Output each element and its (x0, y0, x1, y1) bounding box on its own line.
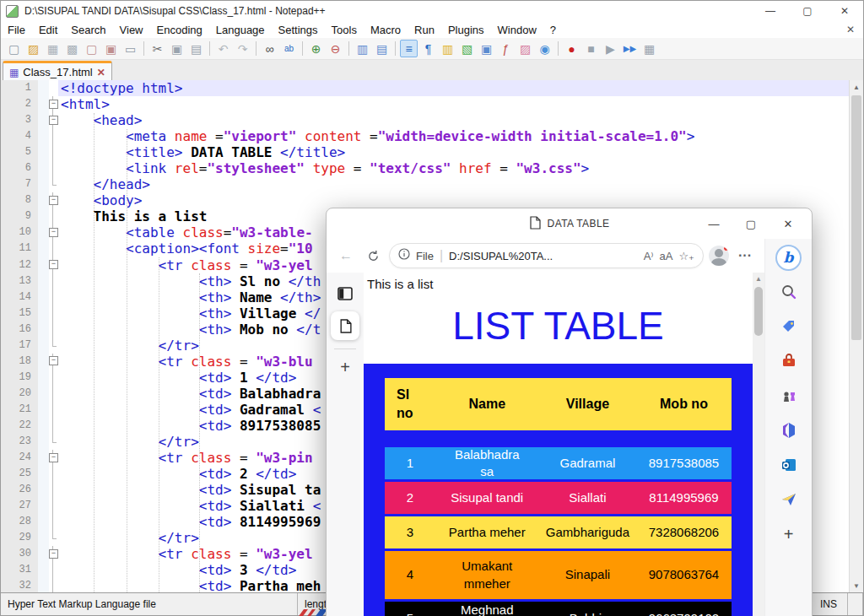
notepad-minimize-button[interactable]: — (752, 1, 789, 21)
copy-icon[interactable]: ▣ (168, 40, 186, 57)
microsoft-365-icon[interactable] (775, 416, 803, 445)
shopping-icon[interactable] (775, 312, 803, 341)
replace-icon[interactable]: ab (280, 40, 298, 57)
read-aloud-icon[interactable]: A⁾ (644, 250, 654, 262)
sidebar-search-icon[interactable] (775, 278, 803, 306)
find-icon[interactable]: ∞ (261, 40, 278, 57)
bookmark-margin[interactable] (38, 144, 49, 160)
open-file-icon[interactable]: ▨ (24, 40, 42, 57)
menu-item-help[interactable]: ? (543, 22, 563, 38)
bookmark-margin[interactable] (38, 354, 49, 370)
address-bar[interactable]: File | D:/SISUPAL%20TA... A⁾ aA ☆₊ (389, 243, 704, 268)
bookmark-margin[interactable] (38, 80, 49, 96)
bookmark-margin[interactable] (38, 240, 49, 257)
save-all-icon[interactable]: ▩ (63, 40, 81, 57)
scroll-up-icon[interactable]: ▲ (850, 80, 863, 94)
menu-item-window[interactable]: Window (491, 22, 543, 38)
sync-horizontal-icon[interactable]: ▤ (373, 40, 391, 57)
fold-collapse-icon[interactable] (49, 354, 58, 370)
bookmark-margin[interactable] (38, 434, 49, 450)
run-macro-multiple-icon[interactable]: ▶▶ (621, 40, 639, 57)
profile-avatar[interactable] (709, 246, 729, 266)
games-icon[interactable] (775, 381, 803, 410)
address-url[interactable]: D:/SISUPAL%20TA... (449, 250, 638, 262)
close-all-icon[interactable]: ▣ (102, 40, 120, 57)
save-macro-icon[interactable]: ▦ (640, 40, 658, 57)
bookmark-margin[interactable] (38, 530, 49, 546)
menu-item-macro[interactable]: Macro (364, 22, 408, 38)
undo-icon[interactable]: ↶ (214, 40, 232, 57)
bookmark-margin[interactable] (38, 176, 49, 192)
save-icon[interactable]: ▦ (44, 40, 62, 57)
word-wrap-icon[interactable]: ≡ (400, 40, 418, 57)
new-file-icon[interactable]: ▢ (5, 40, 23, 57)
menu-item-tools[interactable]: Tools (325, 22, 364, 38)
bookmark-margin[interactable] (38, 546, 49, 562)
notepad-close-button[interactable]: ✕ (826, 1, 863, 21)
bookmark-margin[interactable] (38, 386, 49, 402)
fold-collapse-icon[interactable] (49, 112, 58, 128)
browser-close-button[interactable]: ✕ (770, 208, 807, 239)
show-all-characters-icon[interactable]: ¶ (419, 40, 437, 57)
menubar-close-icon[interactable]: ✕ (838, 24, 863, 35)
bing-discover-icon[interactable]: b (775, 243, 803, 272)
tab-strip-toggle-icon[interactable] (332, 281, 358, 306)
bookmark-margin[interactable] (38, 112, 49, 128)
settings-more-icon[interactable]: ··· (734, 245, 756, 267)
function-list-icon[interactable]: ƒ (497, 40, 515, 57)
bookmark-margin[interactable] (38, 450, 49, 466)
menu-item-language[interactable]: Language (209, 22, 272, 38)
bookmark-margin[interactable] (38, 578, 49, 592)
record-macro-icon[interactable]: ● (563, 40, 580, 57)
drop-icon[interactable] (775, 485, 803, 514)
bookmark-margin[interactable] (38, 208, 49, 224)
menu-item-file[interactable]: File (1, 22, 32, 38)
redo-icon[interactable]: ↷ (234, 40, 251, 57)
bookmark-margin[interactable] (38, 289, 49, 305)
bookmark-margin[interactable] (38, 257, 49, 273)
menu-item-view[interactable]: View (113, 22, 150, 38)
page-scrollbar[interactable]: ▲ (753, 273, 764, 616)
bookmark-margin[interactable] (38, 128, 49, 144)
outlook-icon[interactable] (775, 451, 803, 479)
zoom-out-icon[interactable]: ⊖ (327, 40, 344, 57)
active-tab-icon[interactable] (331, 311, 359, 340)
menu-item-edit[interactable]: Edit (32, 22, 64, 38)
page-scrollbar-thumb[interactable] (754, 287, 763, 336)
monitoring-icon[interactable]: ◉ (536, 40, 554, 57)
menu-item-run[interactable]: Run (408, 22, 441, 38)
bookmark-margin[interactable] (38, 96, 49, 112)
zoom-in-icon[interactable]: ⊕ (307, 40, 325, 57)
menu-item-encoding[interactable]: Encoding (150, 22, 209, 38)
bookmark-margin[interactable] (38, 338, 49, 354)
fold-collapse-icon[interactable] (49, 192, 58, 208)
menu-item-plugins[interactable]: Plugins (441, 22, 491, 38)
editor-scrollbar-thumb[interactable] (851, 95, 861, 340)
folder-as-workspace-icon[interactable]: ▨ (516, 40, 534, 57)
translate-icon[interactable]: aA (660, 250, 673, 262)
paste-icon[interactable]: ▤ (187, 40, 205, 57)
refresh-icon[interactable] (362, 245, 384, 267)
scroll-down-icon[interactable]: ▼ (850, 579, 863, 592)
browser-maximize-button[interactable]: ▢ (732, 208, 770, 239)
bookmark-margin[interactable] (38, 514, 49, 530)
tab-class-17-html[interactable]: ▦ Class_17.html ✕ (3, 61, 112, 81)
tab-close-icon[interactable]: ✕ (97, 67, 105, 78)
play-macro-icon[interactable]: ▶ (602, 40, 619, 57)
fold-collapse-icon[interactable] (49, 257, 58, 273)
bookmark-margin[interactable] (38, 160, 49, 176)
bookmark-margin[interactable] (38, 322, 49, 338)
editor-vertical-scrollbar[interactable]: ▲ ▼ (849, 80, 863, 592)
bookmark-margin[interactable] (38, 224, 49, 240)
tools-icon[interactable] (775, 347, 803, 376)
bookmark-margin[interactable] (38, 192, 49, 208)
menu-item-search[interactable]: Search (64, 22, 112, 38)
new-tab-icon[interactable]: + (340, 358, 350, 377)
close-file-icon[interactable]: ▢ (83, 40, 100, 57)
menu-item-settings[interactable]: Settings (272, 22, 325, 38)
print-icon[interactable]: ▭ (122, 40, 139, 57)
bookmark-margin[interactable] (38, 370, 49, 386)
bookmark-margin[interactable] (38, 466, 49, 482)
bookmark-margin[interactable] (38, 418, 49, 434)
bookmark-margin[interactable] (38, 305, 49, 322)
